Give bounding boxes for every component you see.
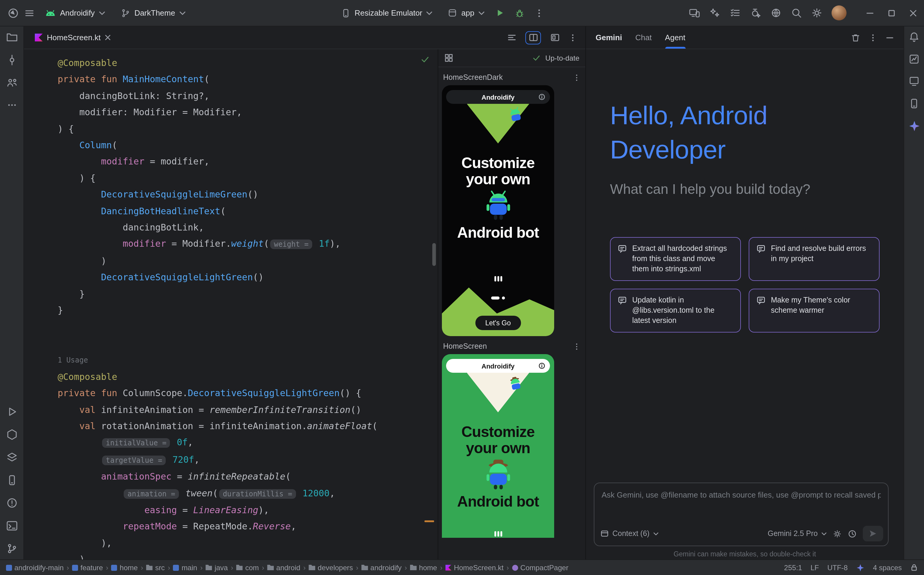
preview-options-icon[interactable] bbox=[573, 73, 580, 81]
run-configuration-selector[interactable]: app bbox=[443, 5, 490, 21]
vcs-branch-selector[interactable]: DarkTheme bbox=[115, 5, 191, 21]
terminal-tool-icon[interactable] bbox=[6, 520, 18, 532]
hide-panel-icon[interactable] bbox=[886, 33, 894, 42]
split-view-toggle[interactable] bbox=[525, 31, 541, 44]
gemini-options-icon[interactable] bbox=[869, 33, 877, 42]
line-ending[interactable]: LF bbox=[811, 563, 819, 572]
ai-spark-icon[interactable] bbox=[856, 563, 865, 572]
more-run-options-icon[interactable] bbox=[534, 8, 544, 18]
more-tools-icon[interactable] bbox=[6, 100, 17, 110]
device-manager-icon[interactable] bbox=[6, 474, 18, 486]
suggestion-card[interactable]: Make my Theme's color scheme warmer bbox=[749, 289, 879, 332]
device-mirroring-icon[interactable] bbox=[689, 7, 700, 19]
folder-icon bbox=[267, 565, 274, 570]
minimize-button[interactable] bbox=[866, 9, 873, 16]
editor-scrollbar[interactable] bbox=[432, 243, 436, 266]
version-control-icon[interactable] bbox=[6, 543, 18, 554]
commit-tool-icon[interactable] bbox=[6, 54, 18, 66]
preview-app-bar: Androidify bbox=[446, 359, 550, 373]
delete-conversation-icon[interactable] bbox=[851, 33, 860, 42]
agent-settings-icon[interactable] bbox=[833, 529, 842, 538]
close-button[interactable] bbox=[910, 9, 917, 16]
breadcrumb-item[interactable]: home bbox=[410, 563, 437, 572]
profiler-tool-icon[interactable] bbox=[908, 53, 920, 65]
code-view-toggle[interactable] bbox=[504, 31, 519, 44]
gemini-subtitle: What can I help you build today? bbox=[610, 181, 879, 197]
inspections-ok-icon[interactable] bbox=[421, 55, 429, 64]
chevron-down-icon bbox=[479, 11, 485, 15]
preview-options-icon[interactable] bbox=[573, 342, 580, 350]
gemini-body: Hello, Android Developer What can I help… bbox=[586, 49, 903, 332]
preview-homescreen[interactable]: Androidify Customize yo bbox=[442, 354, 554, 538]
preview-app-name: Androidify bbox=[482, 362, 515, 369]
ai-assistant-icon[interactable] bbox=[750, 7, 761, 19]
lets-go-button[interactable]: Let's Go bbox=[475, 316, 521, 330]
context-selector[interactable]: Context (6) bbox=[600, 529, 658, 538]
breadcrumb-separator: › bbox=[506, 563, 509, 572]
breadcrumb-item[interactable]: developers bbox=[309, 563, 353, 572]
project-selector[interactable]: Androidify bbox=[40, 5, 110, 21]
pull-requests-icon[interactable] bbox=[6, 77, 18, 89]
preview-canvas[interactable]: HomeScreenDark Androidify bbox=[438, 67, 585, 559]
project-tool-icon[interactable] bbox=[6, 31, 18, 43]
run-config-name: app bbox=[461, 8, 474, 17]
history-icon[interactable] bbox=[848, 529, 857, 538]
breadcrumb-item[interactable]: android bbox=[267, 563, 300, 572]
gemini-prompt-input[interactable]: Ask Gemini, use @filename to attach sour… bbox=[594, 483, 889, 546]
preview-app-bar: Androidify bbox=[446, 90, 550, 104]
suggestion-card[interactable]: Extract all hardcoded strings from this … bbox=[610, 237, 741, 281]
settings-icon[interactable] bbox=[811, 7, 822, 19]
info-icon bbox=[539, 93, 545, 100]
close-tab-icon[interactable] bbox=[105, 35, 110, 40]
code-area[interactable]: @Composableprivate fun MainHomeContent( … bbox=[24, 49, 438, 559]
run-button[interactable] bbox=[495, 8, 505, 18]
debug-button[interactable] bbox=[515, 8, 525, 18]
todo-list-icon[interactable] bbox=[730, 7, 741, 19]
caret-position[interactable]: 255:1 bbox=[784, 563, 802, 572]
gemini-greeting: Hello, Android Developer bbox=[610, 98, 879, 167]
breadcrumb-item[interactable]: androidify bbox=[361, 563, 402, 572]
breadcrumb-item[interactable]: androidify-main bbox=[6, 563, 64, 572]
preview-homescreendark[interactable]: Androidify Customize yo bbox=[442, 85, 554, 336]
run-tool-icon[interactable] bbox=[6, 406, 18, 418]
notifications-icon[interactable] bbox=[908, 31, 920, 43]
build-tool-icon[interactable] bbox=[6, 451, 18, 463]
breadcrumb-item[interactable]: home bbox=[111, 563, 138, 572]
toolbar-left: Androidify DarkTheme bbox=[7, 5, 191, 21]
model-selector[interactable]: Gemini 2.5 Pro bbox=[768, 529, 827, 538]
breadcrumb-item[interactable]: main bbox=[173, 563, 197, 572]
menu-icon[interactable] bbox=[24, 8, 35, 18]
maximize-button[interactable] bbox=[888, 9, 895, 16]
send-button[interactable] bbox=[863, 526, 883, 542]
suggestion-card[interactable]: Update kotlin in @libs.version.toml to t… bbox=[610, 289, 741, 332]
breadcrumb-item[interactable]: HomeScreen.kt bbox=[445, 563, 503, 572]
device-selector[interactable]: Resizable Emulator bbox=[335, 5, 438, 21]
indent-setting[interactable]: 4 spaces bbox=[873, 563, 902, 572]
design-view-toggle[interactable] bbox=[547, 31, 563, 44]
preview-name: HomeScreen bbox=[443, 342, 487, 351]
user-avatar[interactable] bbox=[832, 5, 846, 21]
device-explorer-icon[interactable] bbox=[908, 98, 920, 109]
suggestion-card[interactable]: Find and resolve build errors in my proj… bbox=[749, 237, 879, 281]
breadcrumb-item[interactable]: src bbox=[146, 563, 165, 572]
ai-actions-icon[interactable] bbox=[709, 7, 720, 19]
breadcrumb-item[interactable]: com bbox=[236, 563, 259, 572]
problems-tool-icon[interactable] bbox=[6, 497, 18, 509]
tab-agent[interactable]: Agent bbox=[665, 26, 685, 49]
gemini-tool-icon[interactable] bbox=[908, 120, 920, 132]
tab-chat[interactable]: Chat bbox=[635, 26, 652, 49]
editor-options-icon[interactable] bbox=[569, 33, 577, 42]
layout-inspector-icon[interactable] bbox=[908, 76, 920, 87]
lock-icon[interactable] bbox=[910, 564, 918, 572]
model-label: Gemini 2.5 Pro bbox=[768, 529, 818, 538]
gradle-sync-icon[interactable] bbox=[770, 7, 782, 19]
tab-homescreen-kt[interactable]: HomeScreen.kt bbox=[29, 26, 116, 49]
breadcrumb-item[interactable]: java bbox=[206, 563, 228, 572]
breadcrumb-item[interactable]: CompactPager bbox=[512, 563, 568, 572]
search-icon[interactable] bbox=[791, 7, 802, 19]
breadcrumb-item[interactable]: feature bbox=[72, 563, 103, 572]
file-encoding[interactable]: UTF-8 bbox=[827, 563, 848, 572]
code-editor[interactable]: @Composableprivate fun MainHomeContent( … bbox=[24, 49, 438, 559]
preview-layout-icon[interactable] bbox=[444, 53, 453, 62]
services-tool-icon[interactable] bbox=[6, 429, 18, 440]
